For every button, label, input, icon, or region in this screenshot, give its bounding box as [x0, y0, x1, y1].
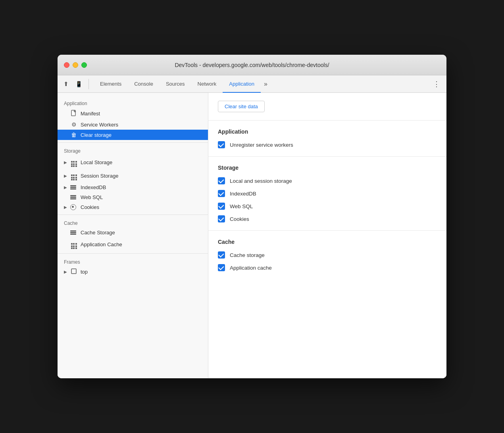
web-sql-checkbox[interactable] [218, 203, 225, 210]
divider-2 [58, 215, 208, 215]
application-cache-icon [70, 239, 77, 249]
indexeddb-checkbox-label: IndexedDB [230, 191, 256, 197]
cookies-label: Cookies [81, 204, 99, 210]
sidebar-item-session-storage[interactable]: ▶ Session Storage [58, 169, 208, 182]
content-application-title: Application [218, 128, 437, 135]
main-tabs: Elements Console Sources Network Applica… [94, 75, 430, 92]
manifest-icon [70, 110, 77, 117]
svg-rect-1 [71, 269, 76, 274]
web-sql-checkbox-label: Web SQL [230, 203, 253, 209]
content-cache-title: Cache [218, 239, 437, 245]
sidebar-item-application-cache[interactable]: Application Cache [58, 238, 208, 251]
sidebar-item-local-storage[interactable]: ▶ Local Storage [58, 155, 208, 169]
checkbox-item-application-cache[interactable]: Application cache [218, 264, 437, 271]
manifest-label: Manifest [81, 111, 100, 117]
cookies-checkbox-label: Cookies [230, 216, 249, 222]
sidebar-section-storage-label: Storage [58, 145, 208, 155]
cursor-tool-button[interactable]: ⬆ [61, 79, 71, 89]
checkbox-item-unregister-workers[interactable]: Unregister service workers [218, 141, 437, 148]
more-options-button[interactable]: ⋮ [430, 80, 443, 88]
tabs-overflow-button[interactable]: » [261, 80, 271, 88]
divider-1 [58, 142, 208, 143]
trash-icon: 🗑 [70, 132, 77, 138]
cache-storage-checkbox[interactable] [218, 251, 225, 259]
service-workers-icon: ⚙ [70, 121, 77, 128]
content-storage-title: Storage [218, 165, 437, 171]
application-cache-label: Application Cache [81, 241, 122, 247]
sidebar-item-top[interactable]: ▶ top [58, 266, 208, 277]
expand-arrow-idb: ▶ [64, 185, 68, 190]
unregister-workers-checkbox[interactable] [218, 141, 225, 148]
expand-arrow-local: ▶ [64, 160, 68, 165]
devtools-window: DevTools - developers.google.com/web/too… [58, 55, 446, 378]
frame-icon [70, 268, 77, 275]
cursor-icon: ⬆ [63, 80, 69, 88]
web-sql-label: Web SQL [81, 194, 103, 200]
sidebar-section-cache-label: Cache [58, 217, 208, 228]
clear-storage-label: Clear storage [81, 132, 112, 138]
tabs-bar: ⬆ 📱 Elements Console Sources Network [58, 75, 446, 93]
clear-site-data-button[interactable]: Clear site data [218, 101, 265, 112]
close-button[interactable] [64, 62, 69, 68]
checkbox-item-cookies[interactable]: Cookies [218, 215, 437, 222]
traffic-lights [64, 62, 87, 68]
sidebar-section-application-label: Application [58, 98, 208, 108]
session-storage-label: Session Storage [81, 173, 118, 179]
indexeddb-icon [70, 185, 77, 190]
sidebar-item-service-workers[interactable]: ⚙ Service Workers [58, 119, 208, 130]
expand-arrow-top: ▶ [64, 270, 68, 274]
minimize-button[interactable] [73, 62, 78, 68]
content-panel: Clear site data Application Unregister s… [208, 93, 446, 378]
checkbox-item-indexeddb[interactable]: IndexedDB [218, 190, 437, 197]
tab-icon-group: ⬆ 📱 [61, 79, 89, 89]
session-storage-icon [70, 171, 77, 180]
tab-console[interactable]: Console [128, 75, 160, 93]
sidebar: Application Manifest ⚙ S [58, 93, 208, 378]
content-section-storage: Storage Local and session storage Indexe… [208, 157, 446, 231]
titlebar: DevTools - developers.google.com/web/too… [58, 55, 446, 75]
cache-storage-checkbox-label: Cache storage [230, 252, 265, 258]
cookies-icon [70, 204, 77, 210]
checkbox-item-local-session[interactable]: Local and session storage [218, 177, 437, 184]
device-tool-button[interactable]: 📱 [73, 79, 84, 89]
service-workers-label: Service Workers [81, 122, 118, 128]
maximize-button[interactable] [81, 62, 87, 68]
content-section-cache: Cache Cache storage Application cache [208, 231, 446, 279]
sidebar-item-indexeddb[interactable]: ▶ IndexedDB [58, 182, 208, 192]
checkbox-item-cache-storage[interactable]: Cache storage [218, 251, 437, 259]
content-section-application: Application Unregister service workers [208, 121, 446, 157]
tab-sources[interactable]: Sources [160, 75, 191, 93]
tab-network[interactable]: Network [191, 75, 223, 93]
clear-site-data-section: Clear site data [208, 93, 446, 121]
application-cache-checkbox-label: Application cache [230, 265, 272, 271]
cache-storage-icon [70, 230, 77, 235]
local-storage-icon [70, 157, 77, 167]
sidebar-item-clear-storage[interactable]: 🗑 Clear storage [58, 130, 208, 140]
sidebar-item-web-sql[interactable]: Web SQL [58, 192, 208, 202]
checkbox-item-web-sql[interactable]: Web SQL [218, 203, 437, 210]
cache-storage-label: Cache Storage [81, 230, 115, 236]
divider-3 [58, 253, 208, 254]
indexeddb-label: IndexedDB [81, 184, 106, 190]
window-title: DevTools - developers.google.com/web/too… [175, 62, 329, 68]
application-cache-checkbox[interactable] [218, 264, 225, 271]
web-sql-icon [70, 195, 77, 199]
cookies-checkbox[interactable] [218, 215, 225, 222]
local-session-label: Local and session storage [230, 178, 292, 184]
top-frame-label: top [81, 269, 88, 275]
local-storage-label: Local Storage [81, 159, 112, 165]
sidebar-item-manifest[interactable]: Manifest [58, 108, 208, 119]
local-session-storage-checkbox[interactable] [218, 177, 225, 184]
indexeddb-checkbox[interactable] [218, 190, 225, 197]
tab-elements[interactable]: Elements [94, 75, 128, 93]
devtools-container: ⬆ 📱 Elements Console Sources Network [58, 75, 446, 378]
expand-arrow-session: ▶ [64, 174, 68, 178]
sidebar-section-frames-label: Frames [58, 256, 208, 266]
sidebar-item-cookies[interactable]: ▶ Cookies [58, 202, 208, 212]
unregister-workers-label: Unregister service workers [230, 142, 293, 148]
device-icon: 📱 [75, 81, 82, 87]
tab-application[interactable]: Application [223, 75, 261, 93]
expand-arrow-cookies: ▶ [64, 205, 68, 209]
sidebar-item-cache-storage[interactable]: Cache Storage [58, 228, 208, 238]
main-content: Application Manifest ⚙ S [58, 93, 446, 378]
